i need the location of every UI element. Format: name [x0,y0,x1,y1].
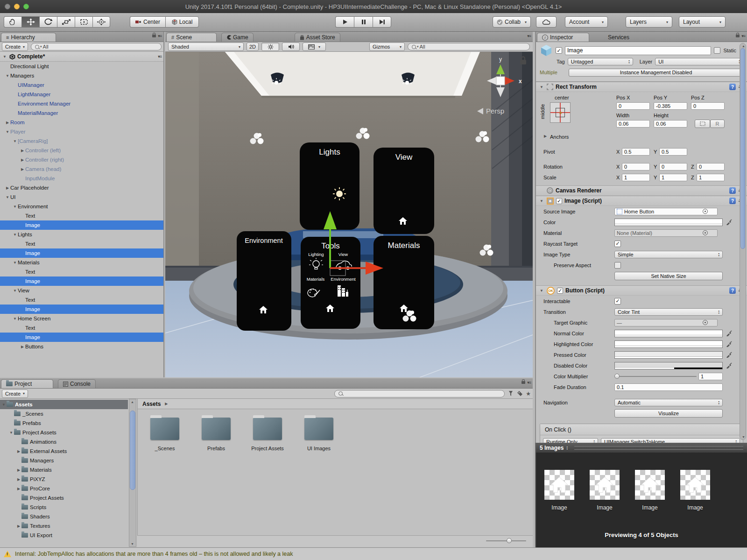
pivot-y-field[interactable]: 0.5 [659,148,687,156]
account-dropdown[interactable]: Account▾ [565,16,608,28]
project-tree-item-shaders[interactable]: Shaders [0,512,128,521]
hierarchy-item-inputmodule[interactable]: InputModule [0,174,163,183]
component-enabled-checkbox[interactable]: ✓ [556,198,562,204]
maximize-window-icon[interactable] [23,4,29,9]
scene-header-row[interactable]: ▼ Complete* ▾≡ [0,52,163,62]
hierarchy-item-image[interactable]: Image [0,276,163,286]
hierarchy-item-managers[interactable]: ▼Managers [0,71,163,80]
hierarchy-search-input[interactable]: ▾ All [31,43,162,50]
target-graphic-field[interactable]: — [614,319,718,326]
interactable-checkbox[interactable]: ✓ [614,298,621,305]
color-multiplier-slider[interactable] [614,376,697,377]
project-tree-item-assets[interactable]: ▼Assets [0,400,128,409]
cloud-button[interactable] [536,16,557,28]
tab-services[interactable]: Services [603,33,634,42]
help-icon[interactable]: ? [729,287,736,294]
runtime-only-dropdown[interactable]: Runtime Only▴▾ [543,438,598,443]
scene-viewport[interactable]: Lights View Environment Tools [165,52,533,377]
scrollbar-thumb[interactable] [740,48,745,249]
preview-thumbnail[interactable]: Image [544,470,574,511]
drag-handle[interactable] [574,446,743,450]
hierarchy-item-image[interactable]: Image [0,220,163,230]
rotation-z-field[interactable]: 0 [697,163,725,170]
foldout-icon[interactable]: ▶ [16,524,21,528]
material-field[interactable]: None (Material) [614,229,718,237]
hierarchy-item-uimanager[interactable]: UIManager [0,80,163,90]
scene-menu-icon[interactable]: ▾≡ [158,54,162,59]
hierarchy-item--camerarig-[interactable]: ▼[CameraRig] [0,136,163,146]
navigation-dropdown[interactable]: Automatic▴▾ [614,399,723,406]
project-tree-item-pixyz[interactable]: ▶PiXYZ [0,475,128,484]
preview-thumbnail[interactable]: Image [635,470,665,511]
project-tree-item--scenes[interactable]: _Scenes [0,409,128,418]
preview-popup-icon[interactable]: ▴▾ [566,446,568,450]
object-picker-icon[interactable] [703,230,708,235]
normal-color-swatch[interactable] [614,330,723,337]
scene-audio-toggle[interactable] [282,43,300,51]
canvas-renderer-header[interactable]: ▼ Canvas Renderer ? [536,185,747,196]
scale-y-field[interactable]: 1 [659,174,687,181]
foldout-icon[interactable]: ▶ [20,158,25,162]
gizmo-center-cube[interactable] [496,77,505,85]
foldout-icon[interactable]: ▶ [5,186,10,190]
space-local-button[interactable]: Local [165,16,199,28]
ui-panel-view[interactable]: View [374,148,434,234]
hierarchy-item-controller-left-[interactable]: ▶Controller (left) [0,146,163,155]
transform-tool-button[interactable] [92,16,110,28]
active-checkbox[interactable]: ✓ [556,47,562,54]
foldout-icon[interactable]: ▶ [20,345,25,349]
foldout-icon[interactable]: ▼ [1,403,7,407]
window-controls[interactable] [5,4,29,9]
help-icon[interactable]: ? [729,187,736,194]
hand-tool-button[interactable] [4,16,21,28]
onclick-handler-dropdown[interactable]: UIManager.SwitchToHome▴▾ [601,438,740,443]
pivot-x-field[interactable]: 0.5 [622,148,650,156]
project-tree-item-procore[interactable]: ▶ProCore [0,484,128,493]
highlighted-color-swatch[interactable] [614,340,723,348]
foldout-icon[interactable]: ▶ [20,149,25,153]
lock-icon[interactable] [152,35,156,37]
set-native-size-button[interactable]: Set Native Size [614,272,723,280]
hierarchy-item-materialmanager[interactable]: MaterialManager [0,108,163,118]
foldout-icon[interactable]: ▼ [12,205,18,209]
foldout-icon[interactable]: ▶ [5,121,10,125]
scene-search-input[interactable]: ▾ All [408,43,530,50]
project-tree-scrollbar[interactable]: ▲ ▼ [129,399,136,547]
foldout-icon[interactable]: ▶ [16,468,21,472]
preview-thumbnail[interactable]: Image [680,470,710,511]
layer-dropdown[interactable]: UI▴▾ [655,58,743,65]
hierarchy-item-text[interactable]: Text [0,323,163,333]
hierarchy-item-text[interactable]: Text [0,239,163,248]
tab-game[interactable]: Game [221,33,254,42]
hierarchy-create-button[interactable]: Create▾ [2,43,28,51]
preview-thumbnail[interactable]: Image [590,470,620,511]
rect-transform-header[interactable]: ▼ Rect Transform ? [536,82,747,92]
eyedropper-icon[interactable] [726,352,732,358]
image-script-header[interactable]: ▼ ✓ Image (Script) ? [536,196,747,206]
height-field[interactable]: 0.06 [654,120,687,128]
project-tree-item-ui-export[interactable]: UI Export [0,531,128,540]
anchor-preset-widget[interactable] [550,102,571,123]
project-tree-item-external-assets[interactable]: ▶External Assets [0,447,128,456]
thumbnail-size-slider[interactable] [486,540,526,541]
hierarchy-item-lights[interactable]: ▼Lights [0,230,163,239]
foldout-icon[interactable]: ▼ [8,431,14,435]
image-type-dropdown[interactable]: Simple▴▾ [614,251,723,258]
project-tree-item-project-assets[interactable]: Project Assets [0,493,128,503]
hierarchy-item-room[interactable]: ▶Room [0,118,163,127]
slider-knob[interactable] [614,374,620,379]
ui-panel-materials[interactable]: Materials [374,236,434,329]
pivot-center-button[interactable]: Center [130,16,165,28]
lock-icon[interactable] [521,381,525,384]
hierarchy-item-ui[interactable]: ▼UI [0,192,163,202]
eyedropper-icon[interactable] [726,219,732,225]
hierarchy-item-text[interactable]: Text [0,211,163,220]
close-window-icon[interactable] [5,4,10,9]
foldout-icon[interactable]: ▶ [20,167,25,171]
foldout-icon[interactable]: ▼ [2,55,7,59]
hierarchy-item-lightmanager[interactable]: LightManager [0,90,163,99]
rect-tool-button[interactable] [75,16,92,28]
project-tree-item-animations[interactable]: Animations [0,437,128,447]
hierarchy-item-camera-head-[interactable]: ▶Camera (head) [0,164,163,174]
foldout-icon[interactable]: ▶ [16,477,21,482]
